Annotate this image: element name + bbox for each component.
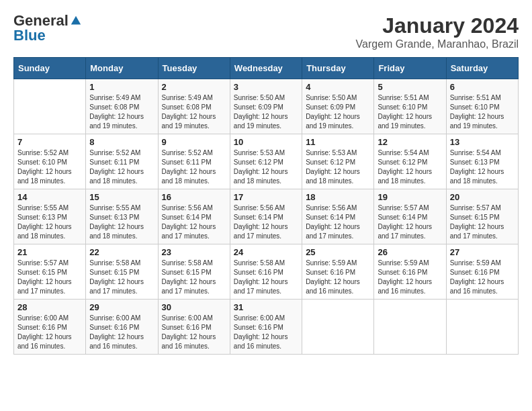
logo-blue-text: Blue xyxy=(13,28,46,43)
day-number: 26 xyxy=(378,247,442,257)
day-cell: 25Sunrise: 5:59 AM Sunset: 6:16 PM Dayli… xyxy=(302,244,374,300)
day-cell: 16Sunrise: 5:56 AM Sunset: 6:14 PM Dayli… xyxy=(158,189,230,244)
day-number: 20 xyxy=(450,192,515,202)
svg-marker-0 xyxy=(71,16,81,25)
header-day-sunday: Sunday xyxy=(14,58,86,79)
day-cell: 22Sunrise: 5:58 AM Sunset: 6:15 PM Dayli… xyxy=(86,244,158,300)
day-number: 11 xyxy=(306,137,370,147)
day-number: 22 xyxy=(89,247,154,257)
day-cell: 1Sunrise: 5:49 AM Sunset: 6:08 PM Daylig… xyxy=(86,79,158,134)
day-number: 14 xyxy=(17,192,82,202)
week-row-0: 1Sunrise: 5:49 AM Sunset: 6:08 PM Daylig… xyxy=(14,79,519,134)
week-row-4: 28Sunrise: 6:00 AM Sunset: 6:16 PM Dayli… xyxy=(14,300,519,355)
day-cell xyxy=(374,300,446,355)
header: General Blue January 2024 Vargem Grande,… xyxy=(13,13,519,50)
logo: General Blue xyxy=(13,13,82,43)
day-number: 17 xyxy=(234,192,298,202)
day-number: 29 xyxy=(89,302,154,312)
day-info: Sunrise: 6:00 AM Sunset: 6:16 PM Dayligh… xyxy=(17,314,82,351)
day-number: 16 xyxy=(162,192,226,202)
day-cell: 23Sunrise: 5:58 AM Sunset: 6:15 PM Dayli… xyxy=(158,244,230,300)
day-info: Sunrise: 5:49 AM Sunset: 6:08 PM Dayligh… xyxy=(89,93,154,131)
day-info: Sunrise: 5:56 AM Sunset: 6:14 PM Dayligh… xyxy=(234,203,298,241)
day-info: Sunrise: 6:00 AM Sunset: 6:16 PM Dayligh… xyxy=(162,314,226,351)
day-cell: 4Sunrise: 5:50 AM Sunset: 6:09 PM Daylig… xyxy=(302,79,374,134)
header-day-tuesday: Tuesday xyxy=(158,58,230,79)
day-info: Sunrise: 5:59 AM Sunset: 6:16 PM Dayligh… xyxy=(306,259,370,296)
day-cell: 29Sunrise: 6:00 AM Sunset: 6:16 PM Dayli… xyxy=(86,300,158,355)
day-cell: 10Sunrise: 5:53 AM Sunset: 6:12 PM Dayli… xyxy=(230,134,302,189)
day-cell: 28Sunrise: 6:00 AM Sunset: 6:16 PM Dayli… xyxy=(14,300,86,355)
day-info: Sunrise: 5:57 AM Sunset: 6:15 PM Dayligh… xyxy=(450,203,515,241)
day-info: Sunrise: 5:51 AM Sunset: 6:10 PM Dayligh… xyxy=(450,93,515,131)
day-number: 13 xyxy=(450,137,515,147)
day-cell: 5Sunrise: 5:51 AM Sunset: 6:10 PM Daylig… xyxy=(374,79,446,134)
day-info: Sunrise: 5:53 AM Sunset: 6:12 PM Dayligh… xyxy=(306,148,370,186)
day-info: Sunrise: 5:57 AM Sunset: 6:14 PM Dayligh… xyxy=(378,203,442,241)
day-number: 18 xyxy=(306,192,370,202)
day-number: 30 xyxy=(162,302,226,312)
header-day-wednesday: Wednesday xyxy=(230,58,302,79)
day-cell: 30Sunrise: 6:00 AM Sunset: 6:16 PM Dayli… xyxy=(158,300,230,355)
day-info: Sunrise: 5:50 AM Sunset: 6:09 PM Dayligh… xyxy=(306,93,370,131)
day-number: 10 xyxy=(234,137,298,147)
day-info: Sunrise: 5:55 AM Sunset: 6:13 PM Dayligh… xyxy=(89,203,154,241)
day-info: Sunrise: 5:52 AM Sunset: 6:11 PM Dayligh… xyxy=(162,148,226,186)
week-row-2: 14Sunrise: 5:55 AM Sunset: 6:13 PM Dayli… xyxy=(14,189,519,244)
logo-general-text: General xyxy=(13,13,69,28)
header-day-monday: Monday xyxy=(86,58,158,79)
day-number: 6 xyxy=(450,82,515,92)
day-info: Sunrise: 6:00 AM Sunset: 6:16 PM Dayligh… xyxy=(234,314,298,351)
day-cell: 18Sunrise: 5:56 AM Sunset: 6:14 PM Dayli… xyxy=(302,189,374,244)
header-day-friday: Friday xyxy=(374,58,446,79)
day-number: 19 xyxy=(378,192,442,202)
header-row: SundayMondayTuesdayWednesdayThursdayFrid… xyxy=(14,58,519,79)
day-cell: 21Sunrise: 5:57 AM Sunset: 6:15 PM Dayli… xyxy=(14,244,86,300)
day-number: 27 xyxy=(450,247,515,257)
day-cell: 26Sunrise: 5:59 AM Sunset: 6:16 PM Dayli… xyxy=(374,244,446,300)
day-info: Sunrise: 5:58 AM Sunset: 6:15 PM Dayligh… xyxy=(162,259,226,296)
day-info: Sunrise: 5:54 AM Sunset: 6:12 PM Dayligh… xyxy=(378,148,442,186)
day-info: Sunrise: 5:57 AM Sunset: 6:15 PM Dayligh… xyxy=(17,259,82,296)
day-cell: 17Sunrise: 5:56 AM Sunset: 6:14 PM Dayli… xyxy=(230,189,302,244)
day-number: 3 xyxy=(234,82,298,92)
day-info: Sunrise: 5:54 AM Sunset: 6:13 PM Dayligh… xyxy=(450,148,515,186)
day-cell: 3Sunrise: 5:50 AM Sunset: 6:09 PM Daylig… xyxy=(230,79,302,134)
day-info: Sunrise: 5:56 AM Sunset: 6:14 PM Dayligh… xyxy=(306,203,370,241)
day-cell: 20Sunrise: 5:57 AM Sunset: 6:15 PM Dayli… xyxy=(446,189,518,244)
day-number: 28 xyxy=(17,302,82,312)
logo-icon xyxy=(70,15,82,27)
day-cell: 13Sunrise: 5:54 AM Sunset: 6:13 PM Dayli… xyxy=(446,134,518,189)
day-number: 24 xyxy=(234,247,298,257)
day-info: Sunrise: 5:59 AM Sunset: 6:16 PM Dayligh… xyxy=(450,259,515,296)
day-info: Sunrise: 5:55 AM Sunset: 6:13 PM Dayligh… xyxy=(17,203,82,241)
day-info: Sunrise: 5:52 AM Sunset: 6:10 PM Dayligh… xyxy=(17,148,82,186)
day-cell: 2Sunrise: 5:49 AM Sunset: 6:08 PM Daylig… xyxy=(158,79,230,134)
month-title: January 2024 xyxy=(356,13,519,38)
title-area: January 2024 Vargem Grande, Maranhao, Br… xyxy=(356,13,519,50)
day-number: 12 xyxy=(378,137,442,147)
day-cell: 24Sunrise: 5:58 AM Sunset: 6:16 PM Dayli… xyxy=(230,244,302,300)
day-info: Sunrise: 6:00 AM Sunset: 6:16 PM Dayligh… xyxy=(89,314,154,351)
day-number: 23 xyxy=(162,247,226,257)
day-number: 15 xyxy=(89,192,154,202)
day-info: Sunrise: 5:52 AM Sunset: 6:11 PM Dayligh… xyxy=(89,148,154,186)
day-cell xyxy=(446,300,518,355)
day-cell: 12Sunrise: 5:54 AM Sunset: 6:12 PM Dayli… xyxy=(374,134,446,189)
day-number: 21 xyxy=(17,247,82,257)
day-number: 31 xyxy=(234,302,298,312)
day-number: 1 xyxy=(89,82,154,92)
day-number: 7 xyxy=(17,137,82,147)
day-cell: 9Sunrise: 5:52 AM Sunset: 6:11 PM Daylig… xyxy=(158,134,230,189)
day-number: 5 xyxy=(378,82,442,92)
day-cell: 31Sunrise: 6:00 AM Sunset: 6:16 PM Dayli… xyxy=(230,300,302,355)
day-number: 25 xyxy=(306,247,370,257)
day-number: 8 xyxy=(89,137,154,147)
day-cell: 15Sunrise: 5:55 AM Sunset: 6:13 PM Dayli… xyxy=(86,189,158,244)
day-cell: 14Sunrise: 5:55 AM Sunset: 6:13 PM Dayli… xyxy=(14,189,86,244)
location-title: Vargem Grande, Maranhao, Brazil xyxy=(356,38,519,50)
header-day-thursday: Thursday xyxy=(302,58,374,79)
day-cell: 6Sunrise: 5:51 AM Sunset: 6:10 PM Daylig… xyxy=(446,79,518,134)
day-cell: 19Sunrise: 5:57 AM Sunset: 6:14 PM Dayli… xyxy=(374,189,446,244)
day-info: Sunrise: 5:58 AM Sunset: 6:16 PM Dayligh… xyxy=(234,259,298,296)
